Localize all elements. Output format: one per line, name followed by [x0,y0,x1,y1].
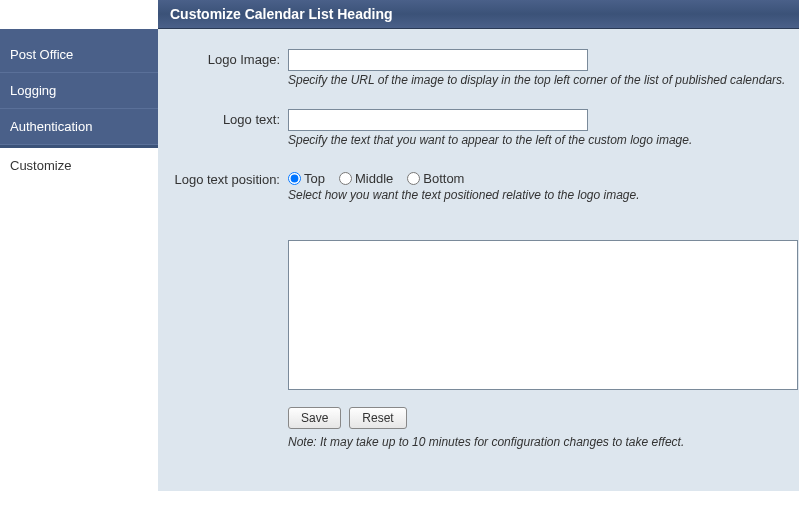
logo-image-input[interactable] [288,49,588,71]
logo-image-label: Logo Image: [158,49,288,67]
reset-button[interactable]: Reset [349,407,406,429]
page-title: Customize Calendar List Heading [158,0,799,29]
logo-text-help: Specify the text that you want to appear… [288,133,798,147]
logo-position-radio-group: Top Middle Bottom [288,169,798,186]
radio-middle-label: Middle [355,171,393,186]
radio-top[interactable] [288,172,301,185]
logo-position-help: Select how you want the text positioned … [288,188,798,202]
radio-option-bottom[interactable]: Bottom [407,171,464,186]
content-textarea[interactable] [288,240,798,390]
radio-bottom[interactable] [407,172,420,185]
radio-option-middle[interactable]: Middle [339,171,393,186]
radio-middle[interactable] [339,172,352,185]
radio-bottom-label: Bottom [423,171,464,186]
save-button[interactable]: Save [288,407,341,429]
radio-top-label: Top [304,171,325,186]
logo-image-help: Specify the URL of the image to display … [288,73,798,87]
main-content: Logo Image: Specify the URL of the image… [158,29,799,491]
logo-position-label: Logo text position: [158,169,288,187]
sidebar-item-post-office[interactable]: Post Office [0,29,158,73]
logo-text-input[interactable] [288,109,588,131]
radio-option-top[interactable]: Top [288,171,325,186]
sidebar-item-authentication[interactable]: Authentication [0,109,158,145]
sidebar-item-logging[interactable]: Logging [0,73,158,109]
config-note: Note: It may take up to 10 minutes for c… [288,435,798,449]
logo-text-label: Logo text: [158,109,288,127]
sidebar: Post Office Logging Authentication Custo… [0,29,158,491]
sidebar-item-customize[interactable]: Customize [0,145,158,183]
